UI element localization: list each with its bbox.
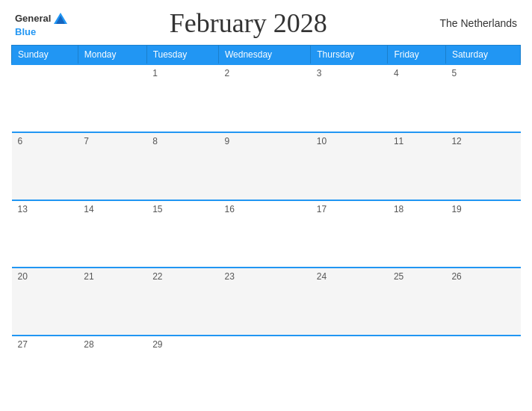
day-number: 23 <box>224 271 304 282</box>
calendar-header-row: Sunday Monday Tuesday Wednesday Thursday… <box>12 46 521 65</box>
logo-general-text: General <box>15 13 51 23</box>
col-tuesday: Tuesday <box>146 46 218 65</box>
calendar-header: General Blue February 2028 The Netherlan… <box>11 7 521 39</box>
day-number: 6 <box>18 136 72 146</box>
col-friday: Friday <box>388 46 445 65</box>
calendar-week-row: 272829 <box>12 336 521 404</box>
calendar-empty-cell <box>78 64 146 132</box>
calendar-body: 1234567891011121314151617181920212223242… <box>12 64 521 404</box>
calendar-day-cell: 1 <box>146 64 218 132</box>
calendar-week-row: 12345 <box>12 64 521 132</box>
month-title: February 2028 <box>69 7 427 39</box>
logo-icon <box>52 10 69 27</box>
calendar-day-cell: 29 <box>146 336 218 404</box>
day-number: 16 <box>224 204 304 214</box>
calendar-day-cell: 4 <box>388 64 445 132</box>
calendar-day-cell: 15 <box>146 200 218 268</box>
calendar-day-cell: 22 <box>146 268 218 336</box>
calendar-day-cell: 7 <box>78 132 146 200</box>
calendar-week-row: 13141516171819 <box>12 200 521 268</box>
calendar-container: General Blue February 2028 The Netherlan… <box>0 0 532 411</box>
day-number: 11 <box>394 136 439 146</box>
calendar-week-row: 20212223242526 <box>12 268 521 336</box>
calendar-day-cell: 3 <box>311 64 388 132</box>
col-sunday: Sunday <box>12 46 78 65</box>
day-number: 9 <box>224 136 304 146</box>
day-number: 2 <box>224 68 304 78</box>
calendar-day-cell: 17 <box>311 200 388 268</box>
calendar-empty-cell <box>445 336 520 404</box>
calendar-day-cell: 27 <box>12 336 78 404</box>
day-number: 5 <box>451 68 514 78</box>
day-number: 28 <box>84 339 140 350</box>
calendar-day-cell: 10 <box>311 132 388 200</box>
col-saturday: Saturday <box>445 46 520 65</box>
calendar-day-cell: 20 <box>12 268 78 336</box>
calendar-day-cell: 6 <box>12 132 78 200</box>
day-number: 7 <box>84 136 140 146</box>
calendar-week-row: 6789101112 <box>12 132 521 200</box>
calendar-day-cell: 25 <box>388 268 445 336</box>
calendar-empty-cell <box>388 336 445 404</box>
day-number: 24 <box>317 271 382 282</box>
calendar-day-cell: 2 <box>218 64 310 132</box>
calendar-empty-cell <box>12 64 78 132</box>
day-number: 27 <box>18 339 72 350</box>
calendar-day-cell: 21 <box>78 268 146 336</box>
calendar-day-cell: 13 <box>12 200 78 268</box>
calendar-table: Sunday Monday Tuesday Wednesday Thursday… <box>11 45 521 404</box>
calendar-day-cell: 12 <box>445 132 520 200</box>
calendar-day-cell: 28 <box>78 336 146 404</box>
day-number: 20 <box>18 271 72 282</box>
calendar-day-cell: 24 <box>311 268 388 336</box>
day-number: 18 <box>394 204 439 214</box>
calendar-day-cell: 19 <box>445 200 520 268</box>
calendar-empty-cell <box>218 336 310 404</box>
day-number: 29 <box>152 339 212 350</box>
day-number: 10 <box>317 136 382 146</box>
col-thursday: Thursday <box>311 46 388 65</box>
logo: General Blue <box>15 10 69 37</box>
day-number: 22 <box>152 271 212 282</box>
day-number: 13 <box>18 204 72 214</box>
calendar-day-cell: 16 <box>218 200 310 268</box>
calendar-day-cell: 9 <box>218 132 310 200</box>
day-number: 15 <box>152 204 212 214</box>
day-number: 17 <box>317 204 382 214</box>
calendar-day-cell: 26 <box>445 268 520 336</box>
calendar-day-cell: 5 <box>445 64 520 132</box>
day-number: 14 <box>84 204 140 214</box>
day-number: 26 <box>451 271 514 282</box>
calendar-day-cell: 8 <box>146 132 218 200</box>
calendar-day-cell: 11 <box>388 132 445 200</box>
day-number: 1 <box>152 68 212 78</box>
day-number: 12 <box>451 136 514 146</box>
day-number: 25 <box>394 271 439 282</box>
col-monday: Monday <box>78 46 146 65</box>
calendar-day-cell: 18 <box>388 200 445 268</box>
country-name: The Netherlands <box>427 17 517 29</box>
calendar-empty-cell <box>311 336 388 404</box>
day-number: 21 <box>84 271 140 282</box>
col-wednesday: Wednesday <box>218 46 310 65</box>
day-number: 3 <box>317 68 382 78</box>
day-number: 19 <box>451 204 514 214</box>
day-number: 8 <box>152 136 212 146</box>
day-number: 4 <box>394 68 439 78</box>
logo-blue-text: Blue <box>15 27 36 37</box>
calendar-day-cell: 23 <box>218 268 310 336</box>
calendar-day-cell: 14 <box>78 200 146 268</box>
